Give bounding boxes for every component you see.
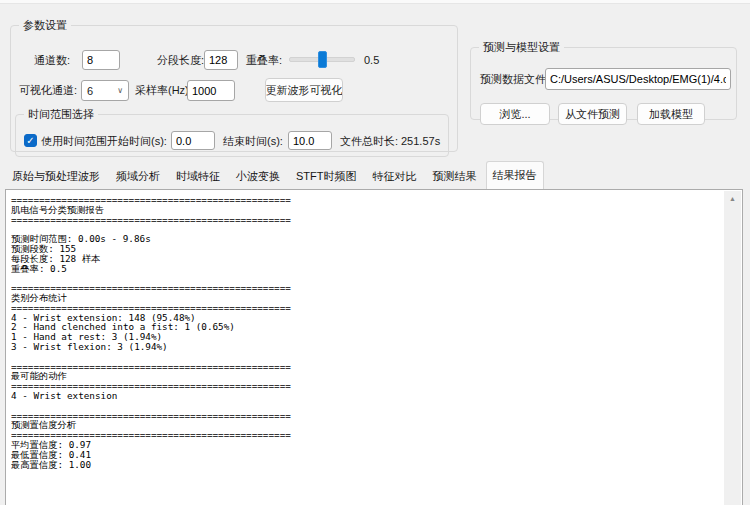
tab-bar: 原始与预处理波形 频域分析 时域特征 小波变换 STFT时频图 特征对比 预测结…: [5, 167, 544, 189]
data-file-label: 预测数据文件:: [480, 69, 549, 90]
parameter-settings-group: 参数设置 通道数: 分段长度: 重叠率: 0.5 可视化通道: 6 ∨ 采样率(…: [10, 18, 458, 152]
overlap-slider-thumb[interactable]: [318, 51, 327, 68]
tab-result-report[interactable]: 结果报告: [486, 161, 544, 189]
sample-rate-label: 采样率(Hz):: [135, 80, 192, 101]
window-top-edge: [0, 0, 750, 4]
channels-label: 通道数:: [34, 50, 70, 70]
parameter-settings-title: 参数设置: [19, 18, 71, 33]
report-panel: ========================================…: [5, 189, 743, 505]
vis-channel-value: 6: [87, 85, 93, 97]
end-time-input[interactable]: [288, 131, 332, 150]
browse-button[interactable]: 浏览...: [480, 103, 550, 125]
data-file-input[interactable]: [545, 68, 731, 90]
chevron-down-icon: ∨: [117, 87, 123, 95]
channels-input[interactable]: [82, 50, 120, 70]
tab-wavelet-transform[interactable]: 小波变换: [229, 164, 287, 189]
tab-prediction-results[interactable]: 预测结果: [426, 164, 484, 189]
tab-stft-spectrogram[interactable]: STFT时频图: [289, 164, 364, 189]
segment-length-label: 分段长度:: [157, 50, 204, 70]
vis-channel-select[interactable]: 6 ∨: [81, 80, 129, 101]
tab-raw-preprocessed-waveform[interactable]: 原始与预处理波形: [5, 164, 107, 189]
scroll-up-icon[interactable]: ▲: [724, 191, 741, 205]
tab-frequency-analysis[interactable]: 频域分析: [109, 164, 167, 189]
check-icon: ✓: [26, 136, 34, 146]
total-duration-value: 251.57s: [401, 132, 440, 150]
report-text: ========================================…: [11, 195, 722, 505]
time-range-title: 时间范围选择: [24, 107, 98, 122]
use-time-range-checkbox[interactable]: ✓: [24, 134, 37, 147]
update-waveform-button[interactable]: 更新波形可视化: [265, 78, 343, 102]
prediction-model-title: 预测与模型设置: [479, 40, 564, 55]
start-time-input[interactable]: [171, 131, 215, 150]
predict-from-file-button[interactable]: 从文件预测: [558, 103, 627, 125]
use-time-range-label: 使用时间范围: [41, 132, 107, 150]
start-time-label: 开始时间(s):: [107, 132, 167, 150]
end-time-label: 结束时间(s):: [223, 132, 283, 150]
tab-time-domain-features[interactable]: 时域特征: [169, 164, 227, 189]
time-range-group: 时间范围选择 ✓ 使用时间范围 开始时间(s): 结束时间(s): 文件总时长:…: [15, 107, 449, 157]
overlap-label: 重叠率:: [246, 50, 282, 70]
vis-channel-label: 可视化通道:: [19, 80, 77, 101]
load-model-button[interactable]: 加载模型: [637, 103, 705, 125]
tab-feature-comparison[interactable]: 特征对比: [366, 164, 424, 189]
report-scrollbar[interactable]: ▲: [724, 191, 741, 505]
sample-rate-input[interactable]: [187, 80, 235, 101]
segment-length-input[interactable]: [204, 50, 238, 70]
prediction-model-group: 预测与模型设置 预测数据文件: 浏览... 从文件预测 加载模型: [470, 40, 737, 120]
overlap-value: 0.5: [364, 50, 379, 70]
total-duration-label: 文件总时长:: [340, 132, 398, 150]
